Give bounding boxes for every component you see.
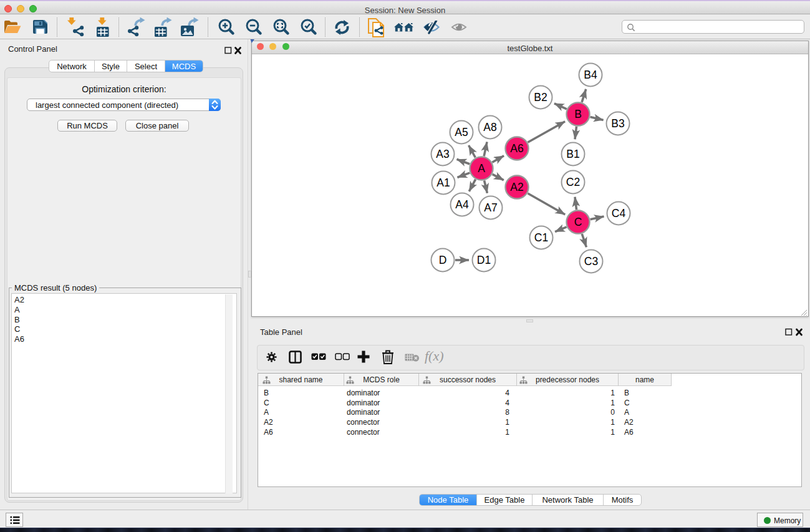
svg-text:C2: C2 <box>566 176 580 188</box>
svg-text:A: A <box>478 162 485 175</box>
svg-text:A1: A1 <box>436 177 450 189</box>
svg-text:A5: A5 <box>455 126 468 138</box>
svg-text:C4: C4 <box>612 207 626 220</box>
svg-text:B4: B4 <box>584 69 597 81</box>
svg-text:A8: A8 <box>483 121 496 133</box>
svg-text:A7: A7 <box>484 201 497 214</box>
svg-text:A3: A3 <box>436 148 449 160</box>
svg-text:A4: A4 <box>455 198 469 211</box>
svg-text:C3: C3 <box>584 255 598 268</box>
svg-text:B: B <box>574 108 582 120</box>
svg-text:A2: A2 <box>510 181 523 193</box>
svg-text:D: D <box>439 254 447 266</box>
svg-text:A6: A6 <box>510 142 523 155</box>
svg-text:B3: B3 <box>611 117 624 130</box>
svg-text:C1: C1 <box>534 231 548 244</box>
svg-text:C: C <box>574 216 582 228</box>
svg-text:B1: B1 <box>566 148 579 160</box>
svg-text:D1: D1 <box>477 254 491 266</box>
svg-text:B2: B2 <box>534 91 547 104</box>
